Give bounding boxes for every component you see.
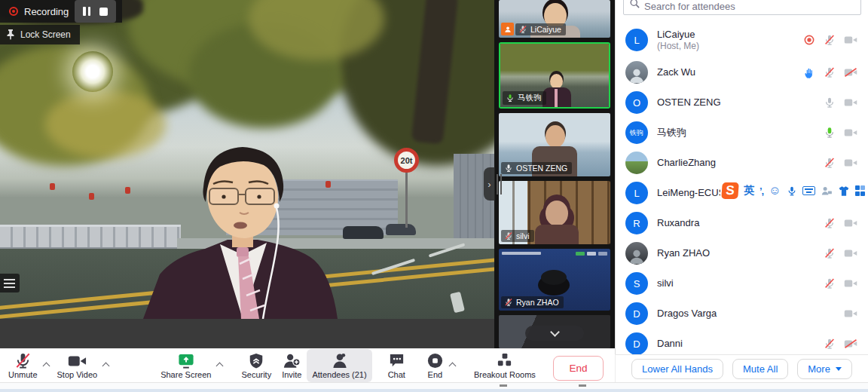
- mic-muted-icon: [824, 217, 836, 229]
- camera-off-icon: [844, 308, 857, 319]
- ime-language-toggle[interactable]: 英: [744, 184, 754, 198]
- view-options-badge[interactable]: [0, 274, 20, 292]
- camera-off-icon: [844, 278, 857, 289]
- ime-emoji-button[interactable]: ☺: [769, 185, 781, 197]
- ime-voice-button[interactable]: [787, 185, 797, 197]
- stop-recording-button[interactable]: [99, 8, 108, 16]
- share-options-chevron[interactable]: [216, 362, 224, 369]
- stop-record-icon: [426, 352, 444, 369]
- camera-off-red-icon: [844, 338, 857, 349]
- mic-muted-icon: [14, 352, 32, 369]
- avatar: D: [625, 332, 648, 354]
- recording-label: Recording: [24, 6, 69, 17]
- attendee-row-ryan-zhao[interactable]: Ryan ZHAO: [616, 238, 868, 268]
- attendee-row-osten-zeng[interactable]: O OSTEN ZENG: [616, 87, 868, 118]
- attendee-subtitle: (Host, Me): [657, 41, 699, 51]
- camera-off-icon: [844, 218, 857, 228]
- sun-flare: [72, 51, 113, 92]
- chevron-down-icon: [550, 327, 560, 337]
- unmute-options-chevron[interactable]: [42, 362, 50, 369]
- breakout-rooms-icon: [496, 352, 513, 369]
- ime-toolbox-button[interactable]: [855, 185, 866, 196]
- chat-button[interactable]: Chat: [383, 349, 411, 382]
- mic-on-icon: [504, 164, 513, 173]
- attendee-row-ruxandra[interactable]: R Ruxandra: [616, 208, 868, 238]
- gallery-drag-handle[interactable]: [497, 174, 502, 194]
- mic-muted-icon: [824, 34, 836, 46]
- ime-punctuation-toggle[interactable]: ’,: [760, 185, 763, 197]
- attendee-row-dragos-varga[interactable]: D Dragos Varga: [616, 299, 868, 329]
- thumbnail-osten-zeng[interactable]: OSTEN ZENG: [499, 113, 610, 176]
- avatar: [625, 152, 648, 174]
- thumbnail-silvi[interactable]: silvi: [499, 181, 610, 244]
- lock-screen-button[interactable]: Lock Screen: [0, 25, 80, 44]
- search-attendees-input[interactable]: [623, 0, 861, 15]
- thumbnail-matiejv-active[interactable]: 马铁驹: [499, 42, 610, 109]
- attendee-name: 马铁驹: [657, 127, 686, 139]
- stop-video-button[interactable]: Stop Video: [52, 349, 103, 382]
- attendee-row-charliezhang[interactable]: CharlieZhang: [616, 148, 868, 178]
- thumbnail-name: OSTEN ZENG: [516, 164, 567, 173]
- camera-off-icon: [844, 35, 857, 45]
- meeting-toolbar: Unmute Stop Video Share Screen: [0, 348, 615, 382]
- attendee-name: silvi: [657, 277, 674, 289]
- thumbnail-ryan-zhao[interactable]: Ryan ZHAO: [499, 249, 610, 311]
- mute-all-button[interactable]: Mute All: [732, 359, 788, 379]
- video-letterbox: [0, 319, 494, 348]
- end-meeting-button[interactable]: End: [553, 356, 604, 381]
- camera-off-red-icon: [844, 67, 857, 78]
- avatar: D: [625, 302, 648, 325]
- pin-icon: [6, 29, 15, 40]
- recording-options-chevron[interactable]: [448, 362, 456, 369]
- attendee-name: CharlieZhang: [657, 157, 716, 169]
- recording-indicator-bar: Recording: [0, 0, 122, 23]
- thumbnail-partial[interactable]: [499, 315, 610, 348]
- mic-muted-icon: [504, 298, 513, 307]
- mic-muted-icon: [824, 157, 836, 169]
- attendee-row-zack-wu[interactable]: Zack Wu: [616, 57, 868, 87]
- attendee-row-silvi[interactable]: S silvi: [616, 268, 868, 299]
- attendee-row-danni[interactable]: D Danni: [616, 329, 868, 354]
- unmute-button[interactable]: Unmute: [3, 349, 43, 382]
- share-screen-icon: [177, 352, 195, 369]
- lower-all-hands-button[interactable]: Lower All Hands: [631, 359, 723, 379]
- attendee-row-matiejv[interactable]: 铁驹 马铁驹: [616, 118, 868, 148]
- recording-dot-icon: [9, 7, 18, 16]
- pause-recording-button[interactable]: [83, 7, 90, 16]
- attendee-name: Danni: [657, 338, 683, 350]
- avatar: [625, 242, 648, 265]
- ime-skin-button[interactable]: [838, 185, 850, 197]
- mic-speaking-icon: [506, 93, 515, 103]
- sogou-ime-toolbar[interactable]: S 英 ’, ☺: [720, 181, 866, 201]
- attendee-name: Dragos Varga: [657, 308, 717, 320]
- ime-keyboard-button[interactable]: [802, 186, 815, 195]
- mic-muted-icon: [824, 277, 836, 289]
- video-options-chevron[interactable]: [102, 362, 110, 369]
- sogou-logo-icon[interactable]: S: [721, 182, 739, 199]
- search-icon: [629, 0, 640, 9]
- invite-button[interactable]: Invite: [277, 349, 307, 382]
- mic-on-icon: [824, 96, 836, 109]
- avatar: O: [625, 91, 648, 114]
- attendee-row-licaiyue[interactable]: L LiCaiyue (Host, Me): [616, 23, 868, 57]
- avatar: S: [625, 272, 648, 295]
- end-recording-button[interactable]: End: [421, 349, 449, 382]
- chat-bubble-icon: [388, 352, 405, 369]
- zoom-meeting-window: 20t: [0, 0, 868, 392]
- breakout-rooms-button[interactable]: Breakout Rooms: [469, 349, 541, 382]
- attendees-button[interactable]: Attendees (21): [307, 349, 371, 382]
- security-button[interactable]: Security: [236, 349, 277, 382]
- lock-screen-label: Lock Screen: [20, 29, 71, 40]
- attendees-panel: L LiCaiyue (Host, Me): [615, 0, 868, 354]
- camera-off-icon: [844, 248, 857, 259]
- camera-off-icon: [844, 97, 857, 108]
- more-button[interactable]: More: [797, 359, 852, 379]
- share-screen-button[interactable]: Share Screen: [155, 349, 216, 382]
- attendee-name: Zack Wu: [657, 66, 695, 78]
- ime-input-assist-button[interactable]: [821, 185, 833, 197]
- shield-icon: [248, 352, 264, 369]
- collapse-gallery-button[interactable]: [525, 326, 584, 341]
- thumbnail-licaiyue[interactable]: LiCaiyue: [499, 0, 610, 38]
- main-video-scene: 20t: [0, 0, 494, 319]
- gallery-collapse-handle[interactable]: ›: [484, 167, 495, 201]
